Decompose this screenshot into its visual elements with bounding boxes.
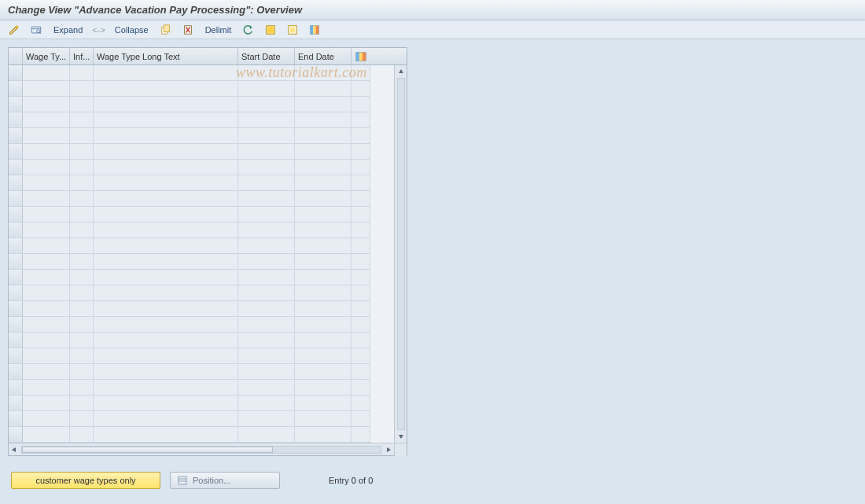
table-row[interactable] xyxy=(9,65,394,81)
position-button[interactable]: Position... xyxy=(170,472,280,489)
cell[interactable] xyxy=(238,223,295,238)
cell[interactable] xyxy=(238,301,295,317)
cell[interactable] xyxy=(70,395,94,411)
cell[interactable] xyxy=(94,81,238,97)
cell[interactable] xyxy=(94,333,238,348)
row-selector-header[interactable] xyxy=(9,48,23,64)
cell[interactable] xyxy=(94,395,238,411)
table-row[interactable] xyxy=(9,175,394,191)
table-row[interactable] xyxy=(9,128,394,144)
vertical-scrollbar[interactable] xyxy=(394,65,407,443)
cell[interactable] xyxy=(94,65,238,81)
cell[interactable] xyxy=(238,285,295,301)
cell[interactable] xyxy=(70,427,94,443)
row-selector[interactable] xyxy=(9,270,23,285)
cell[interactable] xyxy=(295,81,352,97)
cell[interactable] xyxy=(94,364,238,380)
cell[interactable] xyxy=(94,207,238,223)
col-header-start-date[interactable]: Start Date xyxy=(238,48,295,64)
cell[interactable] xyxy=(238,364,295,380)
row-selector[interactable] xyxy=(9,285,23,301)
cell[interactable] xyxy=(295,411,352,427)
cell[interactable] xyxy=(94,427,238,443)
cell[interactable] xyxy=(94,144,238,160)
cell[interactable] xyxy=(70,175,94,191)
col-header-long-text[interactable]: Wage Type Long Text xyxy=(94,48,238,64)
cell[interactable] xyxy=(295,317,352,333)
row-selector[interactable] xyxy=(9,65,23,81)
cell[interactable] xyxy=(295,364,352,380)
cell[interactable] xyxy=(295,112,352,128)
cell[interactable] xyxy=(70,411,94,427)
cell[interactable] xyxy=(70,348,94,364)
cell[interactable] xyxy=(70,301,94,317)
cell[interactable] xyxy=(238,333,295,348)
cell[interactable] xyxy=(70,144,94,160)
table-row[interactable] xyxy=(9,427,394,443)
row-selector[interactable] xyxy=(9,411,23,427)
cell[interactable] xyxy=(238,128,295,144)
delete-icon[interactable] xyxy=(179,22,197,38)
table-row[interactable] xyxy=(9,223,394,238)
customer-wage-types-button[interactable]: customer wage types only xyxy=(11,472,160,489)
cell[interactable] xyxy=(295,223,352,238)
cell[interactable] xyxy=(94,128,238,144)
cell[interactable] xyxy=(94,285,238,301)
col-header-end-date[interactable]: End Date xyxy=(295,48,352,64)
cell[interactable] xyxy=(23,160,70,175)
col-header-info[interactable]: Inf... xyxy=(70,48,94,64)
undo-icon[interactable] xyxy=(239,22,258,38)
table-row[interactable] xyxy=(9,81,394,97)
cell[interactable] xyxy=(295,333,352,348)
row-selector[interactable] xyxy=(9,128,23,144)
row-selector[interactable] xyxy=(9,348,23,364)
cell[interactable] xyxy=(94,191,238,207)
table-row[interactable] xyxy=(9,144,394,160)
row-selector[interactable] xyxy=(9,81,23,97)
cell[interactable] xyxy=(295,175,352,191)
horizontal-scrollbar[interactable] xyxy=(9,443,407,455)
cell[interactable] xyxy=(94,97,238,112)
cell[interactable] xyxy=(238,254,295,270)
table-settings-icon[interactable] xyxy=(305,22,324,38)
cell[interactable] xyxy=(70,160,94,175)
cell[interactable] xyxy=(70,128,94,144)
cell[interactable] xyxy=(23,380,70,395)
cell[interactable] xyxy=(238,191,295,207)
row-selector[interactable] xyxy=(9,144,23,160)
cell[interactable] xyxy=(94,175,238,191)
table-row[interactable] xyxy=(9,364,394,380)
cell[interactable] xyxy=(295,348,352,364)
row-selector[interactable] xyxy=(9,175,23,191)
col-header-wage-type[interactable]: Wage Ty... xyxy=(23,48,70,64)
other-view-icon[interactable] xyxy=(27,22,46,38)
table-row[interactable] xyxy=(9,191,394,207)
cell[interactable] xyxy=(238,317,295,333)
cell[interactable] xyxy=(70,333,94,348)
cell[interactable] xyxy=(295,301,352,317)
cell[interactable] xyxy=(70,254,94,270)
cell[interactable] xyxy=(23,364,70,380)
scroll-down-icon[interactable] xyxy=(396,432,406,441)
cell[interactable] xyxy=(238,348,295,364)
cell[interactable] xyxy=(238,207,295,223)
cell[interactable] xyxy=(23,333,70,348)
table-row[interactable] xyxy=(9,411,394,427)
cell[interactable] xyxy=(238,238,295,254)
cell[interactable] xyxy=(23,254,70,270)
expand-button[interactable]: Expand xyxy=(49,25,87,35)
cell[interactable] xyxy=(70,97,94,112)
cell[interactable] xyxy=(295,254,352,270)
cell[interactable] xyxy=(295,207,352,223)
table-row[interactable] xyxy=(9,333,394,348)
cell[interactable] xyxy=(94,270,238,285)
scroll-right-icon[interactable] xyxy=(383,444,394,455)
cell[interactable] xyxy=(94,223,238,238)
cell[interactable] xyxy=(238,97,295,112)
delimit-button[interactable]: Delimit xyxy=(201,25,237,35)
table-row[interactable] xyxy=(9,254,394,270)
cell[interactable] xyxy=(238,144,295,160)
cell[interactable] xyxy=(94,348,238,364)
cell[interactable] xyxy=(70,317,94,333)
table-row[interactable] xyxy=(9,112,394,128)
